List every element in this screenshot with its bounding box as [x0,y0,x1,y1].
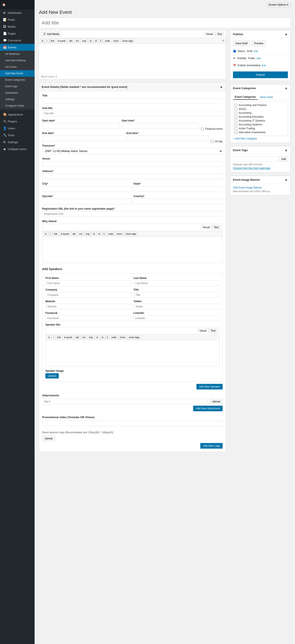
visual-tab[interactable]: Visual [204,32,215,36]
add-new-logo-button[interactable]: Add New Logo [200,443,223,448]
sidebar-item-add-webinar[interactable]: Add New Webinar [0,57,35,64]
wa-li-btn[interactable]: li [102,232,106,236]
bio-italic-btn[interactable]: i [52,335,55,339]
sidebar-item-plugins[interactable]: 🔌 Plugins [0,118,35,125]
bio-close-tags-btn[interactable]: close tags [127,335,141,339]
add-new-category-link[interactable]: + Add New Category [233,137,288,140]
subtitle-input[interactable] [42,110,223,116]
sidebar-item-media[interactable]: 🖼 Media [0,23,35,30]
cat-item-2[interactable]: Accounting [234,111,286,115]
close-tags-btn[interactable]: close tags [121,39,135,43]
cat-item-3[interactable]: Accounting Education [234,115,286,119]
address-input[interactable] [42,174,223,179]
wa-code-btn[interactable]: code [107,232,115,236]
promo-url-input[interactable]: https://www.youtube.com/?gl=UA&hl=ru [42,420,223,426]
website-input[interactable] [45,304,131,309]
cat-item-6[interactable]: Active Trading [234,126,286,130]
wa-ins-btn[interactable]: ins [78,232,84,236]
wa-ol-btn[interactable]: ol [97,232,102,236]
sidebar-item-configure-fields[interactable]: Configure Fields [0,102,35,109]
li-btn[interactable]: li [99,39,103,43]
tag-add-button[interactable]: Add [279,156,288,162]
cat-item-4[interactable]: Accounting IT Systems [234,119,286,123]
city-input[interactable] [42,186,131,192]
bold-btn[interactable]: b [41,39,45,43]
wa-del-btn[interactable]: del [71,232,77,236]
bio-li-btn[interactable]: li [105,335,109,339]
publish-box-header[interactable]: Publish ▲ [230,30,290,38]
registration-url-input[interactable] [42,211,223,217]
cat-checkbox-1[interactable] [234,108,237,110]
attachment-url-input[interactable] [42,399,208,404]
all-day-checkbox[interactable] [211,140,213,143]
editor-content-area[interactable] [39,44,226,74]
sidebar-item-dashboard[interactable]: ⊞ Dashboard [0,9,35,16]
bio-content-area[interactable] [46,340,219,366]
cat-checkbox-3[interactable] [234,116,237,118]
zipcode-input[interactable] [42,198,131,204]
cat-checkbox-2[interactable] [234,112,237,114]
cat-item-0[interactable]: Accounting and Finance [234,103,286,107]
bio-img-btn[interactable]: img [87,335,94,339]
sidebar-item-all-webinars[interactable]: All Webinars [0,51,35,57]
company-input[interactable] [45,292,131,298]
add-media-button[interactable]: 🎵 Add Media [41,32,61,36]
text-tab[interactable]: Text [215,32,224,36]
sidebar-item-events-dashboard[interactable]: Dashboard [0,90,35,96]
event-details-toggle[interactable]: ▲ [220,85,223,89]
sidebar-item-event-categories[interactable]: Event Categories [0,77,35,83]
link-btn[interactable]: link [49,39,56,43]
bio-more-btn[interactable]: more [118,335,127,339]
code-btn[interactable]: code [103,39,112,43]
state-input[interactable] [134,186,223,192]
sidebar-item-events-settings[interactable]: Settings [0,96,35,102]
cat-checkbox-5[interactable] [234,123,237,126]
featured-event-checkbox[interactable] [201,128,204,130]
sidebar-item-tools[interactable]: 🔧 Tools [0,132,35,138]
all-day-label[interactable]: All day [211,140,223,143]
bio-code-btn[interactable]: code [110,335,118,339]
country-input[interactable] [134,198,223,204]
wa-close-tags-btn[interactable]: close tags [124,232,138,236]
bio-visual-tab[interactable]: Visual [197,328,208,333]
start-date-input[interactable] [42,123,120,129]
publish-time-edit-link[interactable]: Edit [262,64,266,67]
speaker-upload-button[interactable]: Upload [45,373,59,378]
status-edit-link[interactable]: Edit [254,50,258,52]
sidebar-item-pages[interactable]: 📄 Pages [0,30,35,37]
add-new-speaker-button[interactable]: Add New Speaker [196,384,223,390]
sidebar-item-add-event[interactable]: Add New Event [0,70,35,77]
post-title-input[interactable] [39,18,291,28]
ul-btn[interactable]: ul [88,39,93,43]
wa-more-btn[interactable]: more [115,232,124,236]
wa-bquote-btn[interactable]: b-quote [60,232,71,236]
first-name-input[interactable] [45,280,131,286]
sidebar-item-events[interactable]: 📅 Events [0,44,35,51]
twitter-input[interactable] [134,304,220,309]
bio-ins-btn[interactable]: ins [81,335,87,339]
linkedin-input[interactable] [134,316,220,321]
end-date-input[interactable] [42,136,124,141]
preview-button[interactable]: Preview [252,40,266,46]
wa-bold-btn[interactable]: b [44,232,48,236]
event-tags-header[interactable]: Event Tags ▲ [230,146,290,154]
sidebar-item-settings[interactable]: ⚙ Settings [0,138,35,146]
why-attend-text-tab[interactable]: Text [212,225,221,230]
del-btn[interactable]: del [68,39,74,43]
bquote-btn[interactable]: b-quote [56,39,67,43]
event-details-header[interactable]: Event Details (fields marked * are recom… [39,83,226,91]
end-time-input[interactable] [126,136,209,141]
bio-text-tab[interactable]: Text [209,328,217,333]
tag-input[interactable] [233,156,278,162]
publish-toggle-icon[interactable]: ▲ [284,32,288,36]
event-image-banner-header[interactable]: Event Image Banner ▲ [230,176,290,184]
bio-del-btn[interactable]: del [74,335,80,339]
wa-img-btn[interactable]: img [84,232,91,236]
sidebar-item-users[interactable]: 👤 Users [0,125,35,132]
cat-checkbox-6[interactable] [234,127,237,130]
featured-event-label[interactable]: Featured event [201,128,223,130]
cat-item-5[interactable]: Accounting Systems [234,123,286,126]
screen-options-button[interactable]: Screen Options ▾ [266,2,291,7]
speaker-title-input[interactable] [134,292,220,298]
save-draft-button[interactable]: Save Draft [233,40,250,46]
